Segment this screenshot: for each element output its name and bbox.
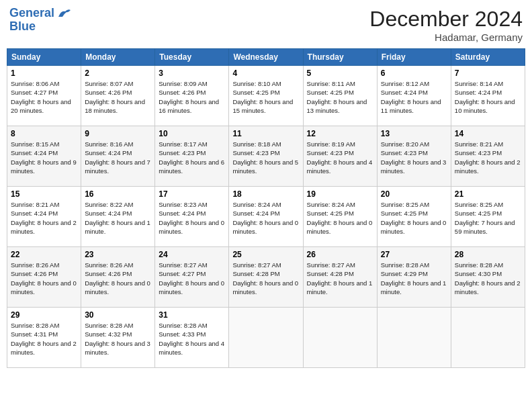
day-number: 13 <box>381 129 447 138</box>
calendar-cell: 14Sunrise: 8:21 AMSunset: 4:23 PMDayligh… <box>451 126 525 187</box>
day-number: 7 <box>455 68 521 78</box>
day-number: 23 <box>85 250 151 259</box>
day-info: Sunrise: 8:28 AMSunset: 4:31 PMDaylight:… <box>11 321 77 357</box>
day-number: 20 <box>381 189 447 199</box>
weekday-header-friday: Friday <box>377 49 451 66</box>
day-number: 26 <box>307 250 373 259</box>
page-header: General Blue December 2024 Hadamar, Germ… <box>7 7 525 43</box>
title-block: December 2024 Hadamar, Germany <box>369 7 523 43</box>
calendar-cell: 2Sunrise: 8:07 AMSunset: 4:26 PMDaylight… <box>81 66 155 126</box>
weekday-header-thursday: Thursday <box>303 49 377 66</box>
day-info: Sunrise: 8:24 AMSunset: 4:25 PMDaylight:… <box>307 200 373 236</box>
calendar-week-row: 8Sunrise: 8:15 AMSunset: 4:24 PMDaylight… <box>7 126 525 187</box>
day-info: Sunrise: 8:27 AMSunset: 4:28 PMDaylight:… <box>307 261 373 296</box>
calendar-cell: 3Sunrise: 8:09 AMSunset: 4:26 PMDaylight… <box>155 66 229 126</box>
day-info: Sunrise: 8:22 AMSunset: 4:24 PMDaylight:… <box>85 200 151 236</box>
calendar-header-row: SundayMondayTuesdayWednesdayThursdayFrid… <box>7 49 525 66</box>
logo: General Blue <box>9 7 72 34</box>
calendar-cell: 27Sunrise: 8:28 AMSunset: 4:29 PMDayligh… <box>377 247 451 308</box>
calendar-week-row: 22Sunrise: 8:26 AMSunset: 4:26 PMDayligh… <box>7 247 525 308</box>
calendar-cell: 10Sunrise: 8:17 AMSunset: 4:23 PMDayligh… <box>155 126 229 187</box>
calendar-cell: 23Sunrise: 8:26 AMSunset: 4:26 PMDayligh… <box>81 247 155 308</box>
calendar-cell: 11Sunrise: 8:18 AMSunset: 4:23 PMDayligh… <box>229 126 303 187</box>
day-info: Sunrise: 8:16 AMSunset: 4:24 PMDaylight:… <box>85 140 151 175</box>
calendar-cell: 7Sunrise: 8:14 AMSunset: 4:24 PMDaylight… <box>451 66 525 126</box>
day-info: Sunrise: 8:26 AMSunset: 4:26 PMDaylight:… <box>85 261 151 296</box>
day-info: Sunrise: 8:12 AMSunset: 4:24 PMDaylight:… <box>381 79 447 115</box>
calendar-cell: 12Sunrise: 8:19 AMSunset: 4:23 PMDayligh… <box>303 126 377 187</box>
day-number: 10 <box>159 129 225 138</box>
day-number: 15 <box>11 189 77 199</box>
day-info: Sunrise: 8:23 AMSunset: 4:24 PMDaylight:… <box>159 200 225 236</box>
weekday-header-tuesday: Tuesday <box>155 49 229 66</box>
logo-blue: Blue <box>9 20 36 34</box>
logo-text: General <box>9 7 54 20</box>
calendar-cell: 9Sunrise: 8:16 AMSunset: 4:24 PMDaylight… <box>81 126 155 187</box>
calendar-cell: 22Sunrise: 8:26 AMSunset: 4:26 PMDayligh… <box>7 247 81 308</box>
day-number: 22 <box>11 250 77 259</box>
day-info: Sunrise: 8:27 AMSunset: 4:27 PMDaylight:… <box>159 261 225 296</box>
day-number: 6 <box>381 68 447 78</box>
day-info: Sunrise: 8:19 AMSunset: 4:23 PMDaylight:… <box>307 140 373 175</box>
calendar-table: SundayMondayTuesdayWednesdayThursdayFrid… <box>7 48 525 368</box>
day-info: Sunrise: 8:25 AMSunset: 4:25 PMDaylight:… <box>381 200 447 236</box>
day-number: 8 <box>11 129 77 138</box>
calendar-week-row: 1Sunrise: 8:06 AMSunset: 4:27 PMDaylight… <box>7 66 525 126</box>
weekday-header-sunday: Sunday <box>7 49 81 66</box>
day-info: Sunrise: 8:11 AMSunset: 4:25 PMDaylight:… <box>307 79 373 115</box>
day-info: Sunrise: 8:27 AMSunset: 4:28 PMDaylight:… <box>232 261 299 296</box>
day-info: Sunrise: 8:15 AMSunset: 4:24 PMDaylight:… <box>11 140 77 175</box>
day-number: 3 <box>159 68 225 78</box>
weekday-header-monday: Monday <box>81 49 155 66</box>
calendar-cell: 5Sunrise: 8:11 AMSunset: 4:25 PMDaylight… <box>303 66 377 126</box>
day-info: Sunrise: 8:18 AMSunset: 4:23 PMDaylight:… <box>232 140 299 175</box>
day-info: Sunrise: 8:21 AMSunset: 4:23 PMDaylight:… <box>455 140 521 175</box>
calendar-cell: 29Sunrise: 8:28 AMSunset: 4:31 PMDayligh… <box>7 308 81 368</box>
calendar-cell: 16Sunrise: 8:22 AMSunset: 4:24 PMDayligh… <box>81 187 155 247</box>
day-number: 14 <box>455 129 521 138</box>
month-title: December 2024 <box>369 7 523 32</box>
day-number: 9 <box>85 129 151 138</box>
day-info: Sunrise: 8:07 AMSunset: 4:26 PMDaylight:… <box>85 79 151 115</box>
calendar-cell: 28Sunrise: 8:28 AMSunset: 4:30 PMDayligh… <box>451 247 525 308</box>
calendar-cell <box>303 308 377 368</box>
calendar-cell: 30Sunrise: 8:28 AMSunset: 4:32 PMDayligh… <box>81 308 155 368</box>
calendar-cell: 13Sunrise: 8:20 AMSunset: 4:23 PMDayligh… <box>377 126 451 187</box>
weekday-header-wednesday: Wednesday <box>229 49 303 66</box>
day-number: 11 <box>232 129 299 138</box>
day-info: Sunrise: 8:28 AMSunset: 4:33 PMDaylight:… <box>159 321 225 357</box>
weekday-header-saturday: Saturday <box>451 49 525 66</box>
day-info: Sunrise: 8:14 AMSunset: 4:24 PMDaylight:… <box>455 79 521 115</box>
day-info: Sunrise: 8:28 AMSunset: 4:29 PMDaylight:… <box>381 261 447 296</box>
day-number: 16 <box>85 189 151 199</box>
day-number: 24 <box>159 250 225 259</box>
calendar-cell: 6Sunrise: 8:12 AMSunset: 4:24 PMDaylight… <box>377 66 451 126</box>
day-info: Sunrise: 8:25 AMSunset: 4:25 PMDaylight:… <box>455 200 521 236</box>
day-info: Sunrise: 8:28 AMSunset: 4:30 PMDaylight:… <box>455 261 521 296</box>
day-number: 4 <box>232 68 299 78</box>
day-info: Sunrise: 8:17 AMSunset: 4:23 PMDaylight:… <box>159 140 225 175</box>
day-info: Sunrise: 8:20 AMSunset: 4:23 PMDaylight:… <box>381 140 447 175</box>
day-number: 2 <box>85 68 151 78</box>
day-number: 17 <box>159 189 225 199</box>
calendar-cell: 20Sunrise: 8:25 AMSunset: 4:25 PMDayligh… <box>377 187 451 247</box>
calendar-cell <box>229 308 303 368</box>
day-number: 30 <box>85 310 151 320</box>
day-info: Sunrise: 8:28 AMSunset: 4:32 PMDaylight:… <box>85 321 151 357</box>
day-info: Sunrise: 8:09 AMSunset: 4:26 PMDaylight:… <box>159 79 225 115</box>
day-number: 18 <box>232 189 299 199</box>
calendar-cell: 31Sunrise: 8:28 AMSunset: 4:33 PMDayligh… <box>155 308 229 368</box>
calendar-week-row: 15Sunrise: 8:21 AMSunset: 4:24 PMDayligh… <box>7 187 525 247</box>
calendar-cell: 1Sunrise: 8:06 AMSunset: 4:27 PMDaylight… <box>7 66 81 126</box>
day-info: Sunrise: 8:06 AMSunset: 4:27 PMDaylight:… <box>11 79 77 115</box>
calendar-cell <box>451 308 525 368</box>
day-info: Sunrise: 8:10 AMSunset: 4:25 PMDaylight:… <box>232 79 299 115</box>
day-number: 21 <box>455 189 521 199</box>
day-number: 27 <box>381 250 447 259</box>
calendar-cell: 17Sunrise: 8:23 AMSunset: 4:24 PMDayligh… <box>155 187 229 247</box>
day-info: Sunrise: 8:26 AMSunset: 4:26 PMDaylight:… <box>11 261 77 296</box>
calendar-cell <box>377 308 451 368</box>
logo-bird-icon <box>57 7 72 19</box>
calendar-cell: 8Sunrise: 8:15 AMSunset: 4:24 PMDaylight… <box>7 126 81 187</box>
day-number: 12 <box>307 129 373 138</box>
